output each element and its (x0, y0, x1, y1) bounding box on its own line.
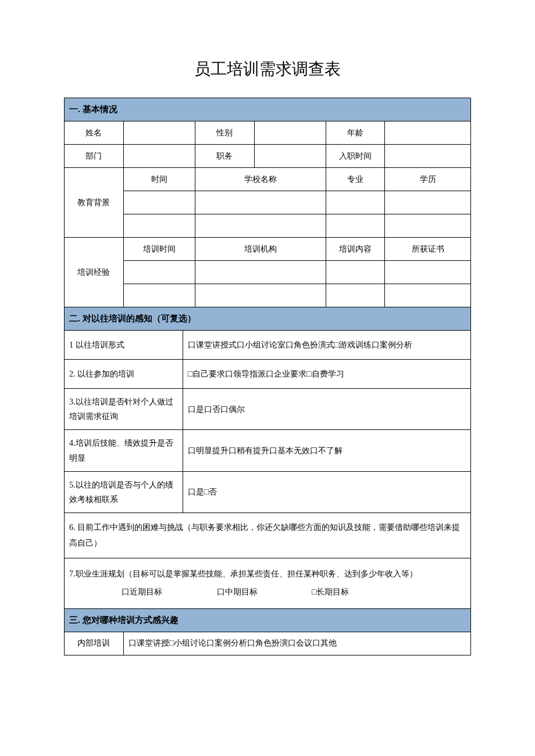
label-training-cert: 所获证书 (385, 238, 471, 261)
field-training-org-2[interactable] (195, 284, 326, 307)
label-edu-time: 时间 (123, 168, 195, 191)
q7-text[interactable]: 7.职业生涯规划（目标可以是掌握某些技能、承担某些责任、担任某种职务、达到多少年… (65, 558, 471, 609)
field-joindate[interactable] (385, 145, 471, 168)
label-name: 姓名 (65, 121, 124, 145)
label-joindate: 入职时间 (326, 145, 385, 168)
label-gender: 性别 (195, 121, 254, 145)
q5-label: 5.以往的培训是否与个人的绩效考核相联系 (65, 471, 183, 513)
q2-label: 2. 以往参加的培训 (65, 360, 183, 389)
label-training: 培训经验 (65, 238, 124, 307)
field-training-time-1[interactable] (123, 261, 195, 284)
field-training-cert-2[interactable] (385, 284, 471, 307)
field-edu-school-1[interactable] (195, 191, 326, 214)
label-position: 职务 (195, 145, 254, 168)
section3-header: 三. 您对哪种培训方式感兴趣 (65, 608, 471, 632)
label-edu: 教育背景 (65, 168, 124, 238)
field-edu-major-1[interactable] (326, 191, 385, 214)
field-edu-major-2[interactable] (326, 214, 385, 238)
field-age[interactable] (385, 121, 471, 145)
q3-options[interactable]: 口是口否口偶尔 (183, 389, 470, 430)
q1-options[interactable]: 口课堂讲授式口小组讨论室口角色扮演式□游戏训练口案例分析 (183, 331, 470, 360)
field-training-cert-1[interactable] (385, 261, 471, 284)
field-training-content-1[interactable] (326, 261, 385, 284)
label-training-org: 培训机构 (195, 238, 326, 261)
label-edu-degree: 学历 (385, 168, 471, 191)
q7-goal-near[interactable]: 口近期目标 (122, 583, 162, 601)
section2-header: 二. 对以往培训的感知（可复选） (65, 307, 471, 331)
field-dept[interactable] (123, 145, 195, 168)
field-edu-school-2[interactable] (195, 214, 326, 238)
field-edu-time-2[interactable] (123, 214, 195, 238)
field-edu-degree-2[interactable] (385, 214, 471, 238)
label-dept: 部门 (65, 145, 124, 168)
survey-table: 一. 基本情况 姓名 性别 年龄 部门 职务 入职时间 教育背景 时间 学校名称… (64, 98, 471, 655)
q7-goal-mid[interactable]: 口中期目标 (217, 583, 258, 601)
field-training-time-2[interactable] (123, 284, 195, 307)
label-age: 年龄 (326, 121, 385, 145)
field-training-org-1[interactable] (195, 261, 326, 284)
field-edu-degree-1[interactable] (385, 191, 471, 214)
q2-options[interactable]: □自己要求口领导指派口企业要求□自费学习 (183, 360, 470, 389)
label-internal-training: 内部培训 (65, 632, 124, 655)
field-position[interactable] (254, 145, 326, 168)
label-training-time: 培训时间 (123, 238, 195, 261)
section1-header: 一. 基本情况 (65, 98, 471, 121)
q5-options[interactable]: 口是□否 (183, 471, 470, 513)
page-title: 员工培训需求调查表 (64, 58, 471, 80)
field-training-content-2[interactable] (326, 284, 385, 307)
field-edu-time-1[interactable] (123, 191, 195, 214)
q7-intro: 7.职业生涯规划（目标可以是掌握某些技能、承担某些责任、担任某种职务、达到多少年… (69, 565, 466, 583)
q4-options[interactable]: 口明显提升口稍有提升口基本无效口不了解 (183, 430, 470, 471)
internal-training-options[interactable]: 口课堂讲授□小组讨论口案例分析口角色扮演口会议口其他 (123, 632, 470, 655)
label-edu-major: 专业 (326, 168, 385, 191)
q4-label: 4.培训后技能、绩效提升是否明显 (65, 430, 183, 471)
label-edu-school: 学校名称 (195, 168, 326, 191)
q7-goal-long[interactable]: □长期目标 (312, 583, 349, 601)
field-gender[interactable] (254, 121, 326, 145)
field-name[interactable] (123, 121, 195, 145)
q1-label: 1 以往培训形式 (65, 331, 183, 360)
q6-text[interactable]: 6. 目前工作中遇到的困难与挑战（与职务要求相比，你还欠缺哪些方面的知识及技能，… (65, 513, 471, 558)
q3-label: 3.以往培训是否针对个人做过培训需求征询 (65, 389, 183, 430)
label-training-content: 培训内容 (326, 238, 385, 261)
